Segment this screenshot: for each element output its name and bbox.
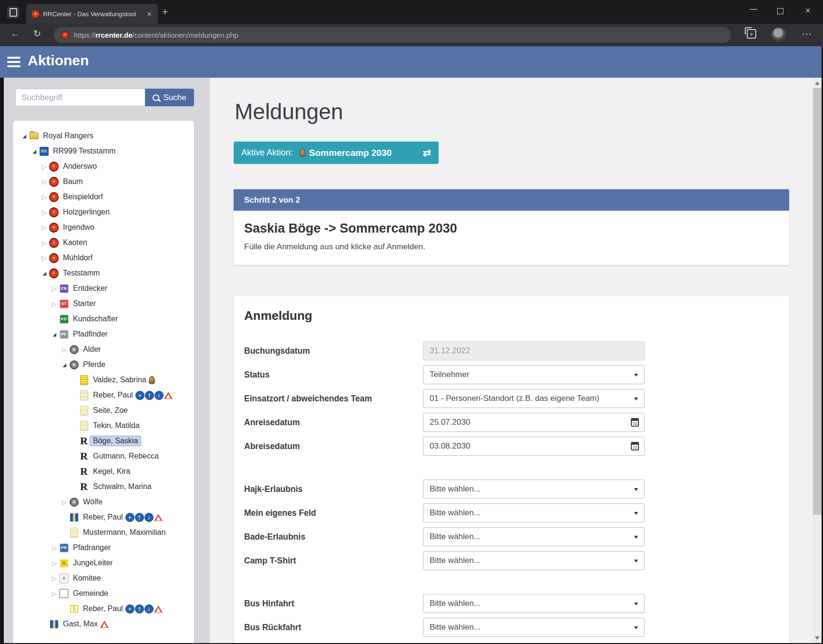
bade-erlaubnis-select[interactable]: Bitte wählen... — [423, 527, 645, 546]
abreisedatum-input[interactable]: 03.08.2030 — [423, 437, 645, 456]
browser-menu-icon[interactable]: ⋯ — [802, 28, 812, 40]
tree-item-pfadranger[interactable]: ▷PRPfadranger — [13, 540, 194, 555]
tree-item-beispieldorf[interactable]: ▷+Beispieldorf — [13, 189, 194, 204]
expander-closed-icon[interactable]: ▷ — [50, 560, 59, 567]
tree-item-valdez-sabrina[interactable]: Valdez, Sabrina — [13, 372, 194, 388]
reload-icon[interactable]: ↻ — [33, 29, 41, 38]
scrollbar-thumb[interactable] — [813, 88, 822, 515]
tree-item-komitee[interactable]: ▷+Komitee — [13, 571, 194, 586]
expander-closed-icon[interactable]: ▷ — [50, 575, 59, 582]
r-icon: R — [79, 482, 89, 491]
expander-closed-icon[interactable]: ▷ — [50, 285, 59, 292]
tree-item-reber-paul[interactable]: Reber, Paul+†♪ — [13, 510, 194, 525]
field-label: Bus Rückfahrt — [244, 623, 423, 633]
tent-badge-icon — [154, 605, 163, 613]
expander-closed-icon[interactable]: ▷ — [40, 178, 49, 185]
expander-closed-icon[interactable]: ▷ — [40, 209, 49, 216]
tree-item-m-hldorf[interactable]: ▷+Mühldorf — [13, 250, 194, 266]
tree-item-label: Alder — [82, 345, 102, 354]
window-minimize-button[interactable]: — — [750, 5, 757, 13]
tree-item-rr999-teststamm[interactable]: ◢RRRR999 Teststamm — [13, 143, 194, 159]
hajk-erlaubnis-select[interactable]: Bitte wählen... — [423, 480, 645, 499]
mein-eigenes-feld-select[interactable]: Bitte wählen... — [423, 503, 645, 522]
vertical-scrollbar[interactable] — [813, 78, 822, 643]
tree-item-royal-rangers[interactable]: ◢Royal Rangers — [13, 128, 194, 143]
tree-item-pfadfinder[interactable]: ◢PFPfadfinder — [13, 327, 194, 342]
tree-item-mustermann-maximilian[interactable]: Mustermann, Maximilian — [13, 525, 194, 540]
tree-item-tekin-matilda[interactable]: Tekin, Matilda — [13, 418, 194, 433]
tree-item-gast-max[interactable]: Gast, Max — [13, 616, 194, 632]
anreisedatum-input[interactable]: 25.07.2030 — [423, 413, 645, 432]
step-subtitle: Fülle die Anmeldung aus und klicke auf A… — [244, 242, 779, 252]
active-action-badge: Aktive Aktion: Sommercamp 2030 ⇄ — [234, 142, 439, 164]
expander-closed-icon[interactable]: ▷ — [40, 255, 49, 262]
einsatzort-abweichendes-team-select[interactable]: 01 - Personen-Standort (z.B. das eigene … — [423, 389, 645, 408]
collections-icon[interactable]: + — [747, 29, 756, 39]
field-label: Abreisedatum — [244, 441, 423, 451]
expander-closed-icon[interactable]: ▷ — [60, 499, 69, 506]
tree-item-seite-zoe[interactable]: Seite, Zoe — [13, 403, 194, 418]
field-value: 25.07.2030 — [430, 418, 470, 427]
expander-closed-icon[interactable]: ▷ — [50, 544, 59, 552]
profile-avatar[interactable] — [772, 28, 786, 42]
scrollbar-up-icon[interactable] — [813, 79, 822, 87]
calendar-icon[interactable] — [631, 418, 639, 427]
tab-close-icon[interactable]: × — [145, 10, 153, 18]
tree-item-entdecker[interactable]: ▷ENEntdecker — [13, 281, 194, 296]
tree-item-jungeleiter[interactable]: ▷JLJungeLeiter — [13, 555, 194, 571]
expander-closed-icon[interactable]: ▷ — [40, 194, 49, 201]
tree-item-kaoten[interactable]: ▷+Kaoten — [13, 235, 194, 250]
tree-item-schwalm-marina[interactable]: RSchwalm, Marina — [13, 479, 194, 494]
tree-item-anderswo[interactable]: ▷+Anderswo — [13, 159, 194, 174]
hamburger-menu-icon[interactable] — [7, 57, 21, 67]
refresh-action-icon[interactable]: ⇄ — [422, 147, 431, 159]
window-maximize-button[interactable] — [777, 8, 783, 14]
expander-closed-icon[interactable]: ▷ — [50, 300, 59, 307]
new-tab-button[interactable]: + — [162, 7, 168, 17]
tree-item-reber-paul[interactable]: Reber, Paul+†♪ — [13, 601, 194, 616]
tree-item-gutmann-rebecca[interactable]: RGutmann, Rebecca — [13, 449, 194, 464]
tree-item-kundschafter[interactable]: KDKundschafter — [13, 311, 194, 327]
expander-closed-icon[interactable]: ▷ — [60, 346, 69, 353]
tree-item-gemeinde[interactable]: ▷Gemeinde — [13, 586, 194, 601]
back-icon[interactable]: ← — [10, 29, 20, 38]
status-select[interactable]: Teilnehmer — [423, 365, 645, 384]
tree-item-alder[interactable]: ▷*Alder — [13, 342, 194, 357]
address-bar[interactable]: + https://rrcenter.de/content/aktionen/m… — [54, 27, 731, 43]
camp-t-shirt-select[interactable]: Bitte wählen... — [423, 551, 645, 570]
tree-item-b-ge-saskia[interactable]: RBöge, Saskia — [13, 433, 194, 449]
tree-item-irgendwo[interactable]: ▷+Irgendwo — [13, 220, 194, 235]
tree-item-starter[interactable]: ▷STStarter — [13, 296, 194, 311]
bus-r-ckfahrt-select[interactable]: Bitte wählen... — [423, 618, 645, 637]
expander-closed-icon[interactable]: ▷ — [50, 590, 59, 597]
tree-item-w-lfe[interactable]: ▷*Wölfe — [13, 494, 194, 510]
kd-icon: KD — [59, 314, 69, 324]
tree-item-teststamm[interactable]: ◢+Teststamm — [13, 266, 194, 281]
tree-item-pferde[interactable]: ◢*Pferde — [13, 357, 194, 372]
browser-tab[interactable]: + RRCenter - Das Verwaltungstool × — [26, 4, 158, 24]
tree-item-kegel-kira[interactable]: RKegel, Kira — [13, 464, 194, 479]
expander-open-icon[interactable]: ◢ — [30, 149, 39, 154]
tree-item-label: Starter — [72, 299, 97, 308]
expander-closed-icon[interactable]: ▷ — [40, 239, 49, 246]
tree-item-reber-paul[interactable]: Reber, Paul+†♪ — [13, 388, 194, 403]
tree-item-holzgerlingen[interactable]: ▷+Holzgerlingen — [13, 204, 194, 220]
expander-open-icon[interactable]: ◢ — [60, 362, 69, 368]
search-button[interactable]: Suche — [145, 89, 194, 106]
calendar-icon[interactable] — [631, 442, 639, 450]
bus-hinfahrt-select[interactable]: Bitte wählen... — [423, 594, 645, 613]
window-close-button[interactable]: × — [805, 6, 811, 16]
scrollbar-down-icon[interactable] — [813, 634, 822, 642]
expander-open-icon[interactable]: ◢ — [20, 133, 29, 139]
expander-closed-icon[interactable]: ▷ — [40, 224, 49, 231]
note-pale-icon — [79, 421, 89, 430]
tree-item-baum[interactable]: ▷+Baum — [13, 174, 194, 189]
expander-open-icon[interactable]: ◢ — [50, 332, 59, 337]
field-value: Teilnehmer — [430, 370, 469, 379]
tab-actions-button[interactable] — [7, 6, 20, 19]
sidebar: Suche ◢Royal Rangers◢RRRR999 Teststamm▷+… — [4, 78, 210, 644]
search-input[interactable] — [15, 89, 145, 106]
expander-closed-icon[interactable]: ▷ — [40, 163, 49, 170]
expander-open-icon[interactable]: ◢ — [40, 271, 49, 276]
wheel-icon: * — [69, 360, 79, 369]
